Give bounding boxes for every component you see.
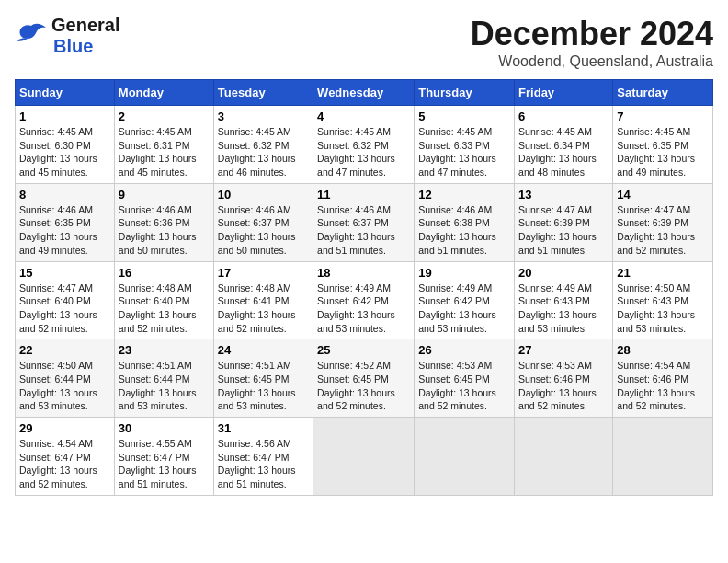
calendar-cell: 1Sunrise: 4:45 AM Sunset: 6:30 PM Daylig… (16, 106, 115, 184)
day-info: Sunrise: 4:53 AM Sunset: 6:46 PM Dayligh… (518, 359, 609, 413)
calendar-cell (613, 418, 713, 496)
day-number: 10 (218, 188, 309, 201)
weekday-header: Friday (515, 80, 613, 106)
location-title: Woodend, Queensland, Australia (471, 53, 713, 70)
calendar-cell: 2Sunrise: 4:45 AM Sunset: 6:31 PM Daylig… (114, 106, 213, 184)
calendar-cell: 29Sunrise: 4:54 AM Sunset: 6:47 PM Dayli… (16, 418, 115, 496)
day-info: Sunrise: 4:48 AM Sunset: 6:41 PM Dayligh… (218, 282, 309, 336)
calendar-cell: 17Sunrise: 4:48 AM Sunset: 6:41 PM Dayli… (213, 261, 313, 339)
day-info: Sunrise: 4:51 AM Sunset: 6:44 PM Dayligh… (119, 359, 210, 413)
day-number: 19 (418, 266, 510, 280)
calendar-cell: 14Sunrise: 4:47 AM Sunset: 6:39 PM Dayli… (613, 183, 713, 261)
calendar-table: SundayMondayTuesdayWednesdayThursdayFrid… (15, 79, 713, 496)
calendar-cell: 16Sunrise: 4:48 AM Sunset: 6:40 PM Dayli… (114, 261, 213, 339)
day-number: 29 (19, 421, 110, 435)
calendar-header-row: SundayMondayTuesdayWednesdayThursdayFrid… (16, 80, 713, 106)
calendar-cell: 25Sunrise: 4:52 AM Sunset: 6:45 PM Dayli… (313, 339, 415, 418)
calendar-week-row: 22Sunrise: 4:50 AM Sunset: 6:44 PM Dayli… (16, 339, 713, 418)
weekday-header: Sunday (16, 80, 115, 106)
day-number: 26 (418, 343, 510, 357)
day-info: Sunrise: 4:54 AM Sunset: 6:46 PM Dayligh… (617, 359, 709, 413)
day-info: Sunrise: 4:47 AM Sunset: 6:39 PM Dayligh… (518, 203, 609, 258)
day-info: Sunrise: 4:45 AM Sunset: 6:35 PM Dayligh… (617, 125, 709, 179)
day-info: Sunrise: 4:45 AM Sunset: 6:30 PM Dayligh… (19, 125, 110, 179)
calendar-cell: 4Sunrise: 4:45 AM Sunset: 6:32 PM Daylig… (313, 106, 415, 184)
calendar-cell: 28Sunrise: 4:54 AM Sunset: 6:46 PM Dayli… (613, 339, 713, 418)
day-number: 2 (119, 109, 210, 123)
day-info: Sunrise: 4:50 AM Sunset: 6:43 PM Dayligh… (617, 282, 709, 336)
day-number: 16 (119, 266, 210, 280)
day-info: Sunrise: 4:46 AM Sunset: 6:35 PM Dayligh… (19, 203, 110, 258)
month-title: December 2024 (471, 15, 713, 53)
day-info: Sunrise: 4:45 AM Sunset: 6:34 PM Dayligh… (518, 125, 609, 179)
logo: General Blue (15, 15, 119, 57)
calendar-cell: 20Sunrise: 4:49 AM Sunset: 6:43 PM Dayli… (515, 261, 613, 339)
calendar-cell: 7Sunrise: 4:45 AM Sunset: 6:35 PM Daylig… (613, 106, 713, 184)
day-info: Sunrise: 4:54 AM Sunset: 6:47 PM Dayligh… (19, 437, 110, 491)
day-number: 4 (317, 109, 410, 123)
day-info: Sunrise: 4:50 AM Sunset: 6:44 PM Dayligh… (19, 359, 110, 413)
calendar-cell: 8Sunrise: 4:46 AM Sunset: 6:35 PM Daylig… (16, 183, 115, 261)
day-info: Sunrise: 4:45 AM Sunset: 6:31 PM Dayligh… (119, 125, 210, 179)
day-number: 11 (317, 188, 410, 201)
calendar-week-row: 15Sunrise: 4:47 AM Sunset: 6:40 PM Dayli… (16, 261, 713, 339)
calendar-cell (415, 418, 515, 496)
day-info: Sunrise: 4:46 AM Sunset: 6:37 PM Dayligh… (317, 203, 410, 258)
weekday-header: Tuesday (213, 80, 313, 106)
calendar-cell: 27Sunrise: 4:53 AM Sunset: 6:46 PM Dayli… (515, 339, 613, 418)
day-info: Sunrise: 4:51 AM Sunset: 6:45 PM Dayligh… (218, 359, 309, 413)
calendar-cell: 22Sunrise: 4:50 AM Sunset: 6:44 PM Dayli… (16, 339, 115, 418)
day-number: 18 (317, 266, 410, 280)
calendar-cell: 30Sunrise: 4:55 AM Sunset: 6:47 PM Dayli… (114, 418, 213, 496)
day-info: Sunrise: 4:46 AM Sunset: 6:37 PM Dayligh… (218, 203, 309, 258)
calendar-cell (313, 418, 415, 496)
day-number: 6 (518, 109, 609, 123)
calendar-week-row: 8Sunrise: 4:46 AM Sunset: 6:35 PM Daylig… (16, 183, 713, 261)
day-number: 20 (518, 266, 609, 280)
day-number: 28 (617, 343, 709, 357)
day-info: Sunrise: 4:49 AM Sunset: 6:42 PM Dayligh… (418, 282, 510, 336)
weekday-header: Thursday (415, 80, 515, 106)
day-info: Sunrise: 4:55 AM Sunset: 6:47 PM Dayligh… (119, 437, 210, 491)
page-header: General Blue December 2024 Woodend, Quee… (15, 15, 713, 70)
calendar-cell: 9Sunrise: 4:46 AM Sunset: 6:36 PM Daylig… (114, 183, 213, 261)
day-info: Sunrise: 4:53 AM Sunset: 6:45 PM Dayligh… (418, 359, 510, 413)
day-number: 24 (218, 343, 309, 357)
day-info: Sunrise: 4:48 AM Sunset: 6:40 PM Dayligh… (119, 282, 210, 336)
calendar-cell: 10Sunrise: 4:46 AM Sunset: 6:37 PM Dayli… (213, 183, 313, 261)
day-number: 17 (218, 266, 309, 280)
day-number: 30 (119, 421, 210, 435)
weekday-header: Saturday (613, 80, 713, 106)
calendar-cell: 13Sunrise: 4:47 AM Sunset: 6:39 PM Dayli… (515, 183, 613, 261)
calendar-cell: 3Sunrise: 4:45 AM Sunset: 6:32 PM Daylig… (213, 106, 313, 184)
day-number: 9 (119, 188, 210, 201)
day-number: 1 (19, 109, 110, 123)
day-number: 27 (518, 343, 609, 357)
weekday-header: Wednesday (313, 80, 415, 106)
day-info: Sunrise: 4:47 AM Sunset: 6:39 PM Dayligh… (617, 203, 709, 258)
day-number: 25 (317, 343, 410, 357)
day-number: 12 (418, 188, 510, 201)
day-info: Sunrise: 4:45 AM Sunset: 6:33 PM Dayligh… (418, 125, 510, 179)
day-number: 15 (19, 266, 110, 280)
day-number: 21 (617, 266, 709, 280)
calendar-cell: 6Sunrise: 4:45 AM Sunset: 6:34 PM Daylig… (515, 106, 613, 184)
logo-bird-icon (15, 22, 48, 50)
calendar-cell (515, 418, 613, 496)
day-number: 14 (617, 188, 709, 201)
day-info: Sunrise: 4:45 AM Sunset: 6:32 PM Dayligh… (317, 125, 410, 179)
calendar-body: 1Sunrise: 4:45 AM Sunset: 6:30 PM Daylig… (16, 106, 713, 496)
day-number: 3 (218, 109, 309, 123)
calendar-cell: 24Sunrise: 4:51 AM Sunset: 6:45 PM Dayli… (213, 339, 313, 418)
day-info: Sunrise: 4:46 AM Sunset: 6:38 PM Dayligh… (418, 203, 510, 258)
day-number: 31 (218, 421, 309, 435)
calendar-cell: 19Sunrise: 4:49 AM Sunset: 6:42 PM Dayli… (415, 261, 515, 339)
calendar-week-row: 1Sunrise: 4:45 AM Sunset: 6:30 PM Daylig… (16, 106, 713, 184)
weekday-header: Monday (114, 80, 213, 106)
day-number: 23 (119, 343, 210, 357)
day-info: Sunrise: 4:46 AM Sunset: 6:36 PM Dayligh… (119, 203, 210, 258)
day-number: 8 (19, 188, 110, 201)
title-area: December 2024 Woodend, Queensland, Austr… (471, 15, 713, 70)
calendar-week-row: 29Sunrise: 4:54 AM Sunset: 6:47 PM Dayli… (16, 418, 713, 496)
day-info: Sunrise: 4:56 AM Sunset: 6:47 PM Dayligh… (218, 437, 309, 491)
